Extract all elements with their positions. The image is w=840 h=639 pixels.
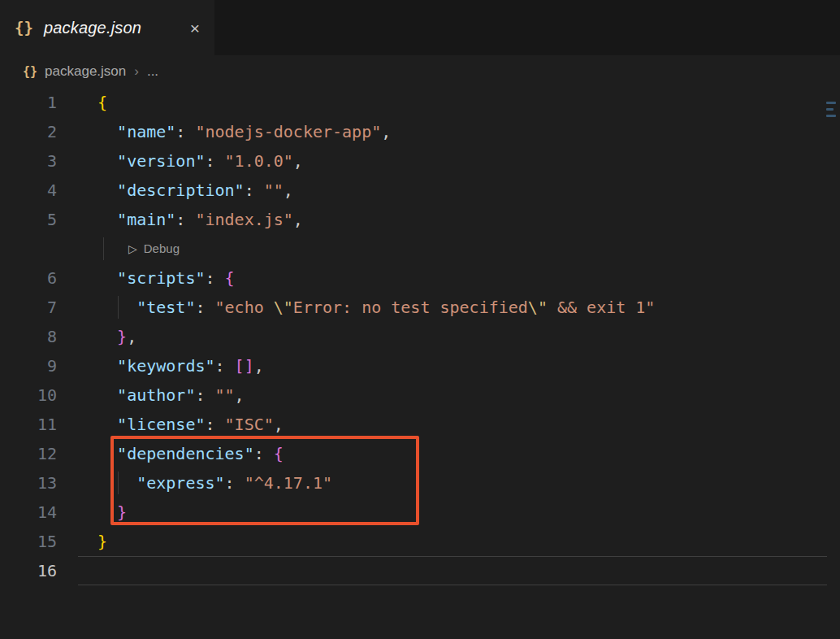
token: Error: no test specified	[293, 298, 528, 317]
line-number[interactable]: 10	[0, 380, 57, 410]
code-line[interactable]: 7 "test": "echo \"Error: no test specifi…	[0, 293, 840, 322]
minimap[interactable]	[825, 98, 839, 121]
token: "license"	[117, 415, 205, 434]
token: "^4.17.1"	[245, 473, 332, 493]
token: :	[175, 122, 195, 141]
code-line[interactable]: 13 "express": "^4.17.1"	[0, 468, 840, 498]
token: "echo	[215, 298, 274, 317]
chevron-right-icon: ›	[134, 63, 139, 80]
minimap-mark	[826, 108, 834, 111]
line-number[interactable]: 14	[0, 498, 57, 527]
token: }	[117, 502, 127, 522]
json-braces-icon: {}	[15, 19, 33, 37]
codelens-row[interactable]: ▷Debug	[0, 234, 840, 263]
token: []	[235, 356, 254, 376]
token: :	[254, 444, 274, 463]
code-area: 1{2 "name": "nodejs-docker-app",3 "versi…	[0, 88, 840, 585]
code-line[interactable]: 14 }	[0, 498, 840, 527]
line-number[interactable]	[0, 234, 57, 263]
token: \"	[274, 298, 293, 317]
token: "index.js"	[195, 210, 292, 229]
token: :	[205, 151, 224, 171]
line-number[interactable]: 2	[0, 117, 57, 146]
code-line[interactable]: 11 "license": "ISC",	[0, 410, 840, 439]
code-line[interactable]: 3 "version": "1.0.0",	[0, 146, 840, 176]
code-text: "dependencies": {	[97, 439, 284, 468]
minimap-mark	[826, 102, 836, 104]
token: "express"	[136, 473, 224, 493]
line-number[interactable]: 15	[0, 527, 57, 556]
token	[97, 210, 117, 229]
token: "description"	[117, 180, 245, 200]
code-line[interactable]: 10 "author": "",	[0, 380, 840, 410]
indent-guide	[118, 472, 119, 494]
tab-title: package.json	[44, 19, 141, 37]
token: ,	[274, 415, 284, 434]
code-text: "version": "1.0.0",	[97, 146, 303, 176]
line-number[interactable]: 9	[0, 351, 57, 380]
code-text: "express": "^4.17.1"	[97, 468, 332, 498]
token: :	[245, 180, 264, 200]
line-number[interactable]: 7	[0, 293, 57, 322]
code-line[interactable]: 5 "main": "index.js",	[0, 205, 840, 234]
token: "nodejs-docker-app"	[195, 122, 381, 141]
token: ,	[293, 151, 303, 171]
token	[97, 122, 117, 141]
token	[97, 327, 117, 346]
json-braces-icon: {}	[23, 64, 37, 79]
token: "main"	[117, 210, 175, 229]
token: ,	[284, 180, 293, 200]
breadcrumb-file[interactable]: package.json	[45, 63, 126, 80]
token: "keywords"	[117, 356, 214, 376]
breadcrumb: {} package.json › ...	[0, 55, 840, 88]
token: }	[97, 532, 107, 551]
code-line[interactable]: 9 "keywords": [],	[0, 351, 840, 380]
code-text: }	[97, 527, 107, 556]
token: ,	[235, 385, 245, 405]
token	[97, 180, 117, 200]
token: {	[225, 268, 235, 288]
tab-bar: {} package.json ×	[0, 0, 840, 55]
token: ,	[127, 327, 136, 346]
token: "author"	[117, 385, 195, 405]
line-number[interactable]: 3	[0, 146, 57, 176]
line-number[interactable]: 6	[0, 263, 57, 293]
breadcrumb-symbol-ellipsis[interactable]: ...	[147, 63, 158, 80]
line-number[interactable]: 16	[0, 556, 57, 585]
indent-guide	[118, 296, 119, 319]
line-number[interactable]: 1	[0, 88, 57, 117]
debug-play-icon[interactable]: ▷	[128, 234, 137, 263]
token: && exit 1"	[548, 298, 655, 317]
code-line[interactable]: 1{	[0, 88, 840, 117]
token: :	[195, 385, 214, 405]
token	[97, 385, 117, 405]
debug-codelens-link[interactable]: Debug	[144, 234, 180, 263]
tab-package-json[interactable]: {} package.json ×	[0, 0, 214, 55]
line-number[interactable]: 4	[0, 176, 57, 205]
code-line[interactable]: 2 "name": "nodejs-docker-app",	[0, 117, 840, 146]
code-line[interactable]: 15}	[0, 527, 840, 556]
line-number[interactable]: 13	[0, 468, 57, 498]
code-line[interactable]: 6 "scripts": {	[0, 263, 840, 293]
token: :	[215, 356, 235, 376]
code-line[interactable]: 4 "description": "",	[0, 176, 840, 205]
close-tab-icon[interactable]: ×	[190, 20, 200, 37]
line-number[interactable]: 11	[0, 410, 57, 439]
line-number[interactable]: 8	[0, 322, 57, 351]
token: "version"	[117, 151, 205, 171]
token: ""	[215, 385, 235, 405]
code-text: },	[97, 322, 136, 351]
token: "dependencies"	[117, 444, 254, 463]
code-line[interactable]: 8 },	[0, 322, 840, 351]
code-line[interactable]: 12 "dependencies": {	[0, 439, 840, 468]
line-number[interactable]: 5	[0, 205, 57, 234]
token: ,	[293, 210, 303, 229]
code-text: "test": "echo \"Error: no test specified…	[97, 293, 655, 322]
token: "name"	[117, 122, 175, 141]
token: \"	[528, 298, 548, 317]
line-number[interactable]: 12	[0, 439, 57, 468]
token: {	[274, 444, 284, 463]
editor[interactable]: 1{2 "name": "nodejs-docker-app",3 "versi…	[0, 88, 840, 639]
current-line-highlight	[78, 556, 827, 585]
indent-guide	[103, 237, 104, 260]
